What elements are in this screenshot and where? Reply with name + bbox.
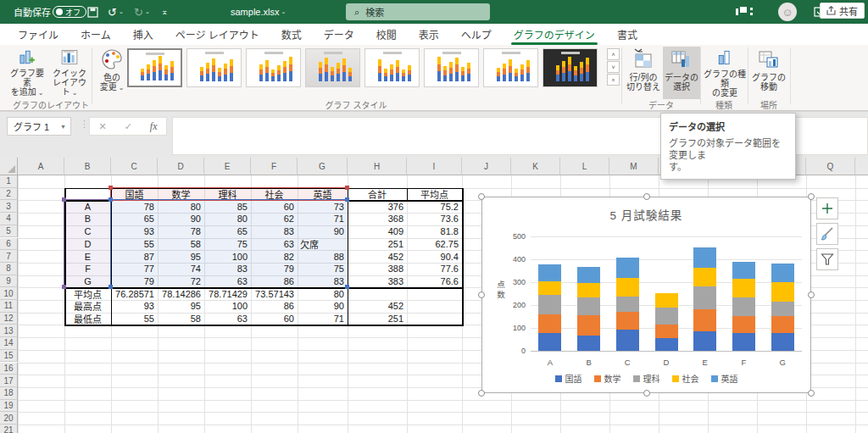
insert-function-icon[interactable]: fx xyxy=(150,120,158,133)
bar-国語-G[interactable] xyxy=(771,333,794,351)
bar-数学-F[interactable] xyxy=(732,316,755,333)
bar-社会-D[interactable] xyxy=(655,293,678,308)
bar-数学-G[interactable] xyxy=(771,316,794,332)
share-button[interactable]: 共有 xyxy=(820,3,865,19)
document-title[interactable]: sample.xlsx⌄ xyxy=(231,0,286,24)
cell-C11[interactable]: 93 xyxy=(111,300,158,313)
cell-I4[interactable]: 73.6 xyxy=(407,213,462,225)
embedded-chart[interactable]: 5 月試験結果0100200300400500ABCDEFG点数国語数学理科社会… xyxy=(481,197,811,393)
row-header-21[interactable]: 21 xyxy=(0,425,18,433)
legend-item-数学[interactable]: 数学 xyxy=(594,372,621,385)
cell-H4[interactable]: 368 xyxy=(348,213,407,225)
column-header-K[interactable]: K xyxy=(511,158,560,175)
column-header-J[interactable]: J xyxy=(462,158,511,175)
chart-elements-button[interactable] xyxy=(816,197,838,219)
change-colors-button[interactable]: 色の 変更 xyxy=(95,48,129,97)
cell-D12[interactable]: 58 xyxy=(158,313,204,325)
tab-ページ レイアウト[interactable]: ページ レイアウト xyxy=(164,24,270,45)
cell-H5[interactable]: 409 xyxy=(348,225,407,238)
save-button[interactable] xyxy=(87,0,98,24)
quick-layout-button[interactable]: クイック レイアウト xyxy=(49,48,90,97)
redo-button[interactable]: ↻⌄ xyxy=(134,0,150,24)
chart-selection-handle[interactable] xyxy=(478,390,485,397)
category-range-handle[interactable] xyxy=(62,197,66,202)
bar-社会-G[interactable] xyxy=(771,282,794,302)
column-header-H[interactable]: H xyxy=(348,158,407,175)
bar-英語-C[interactable] xyxy=(616,258,639,278)
chart-style-option-6[interactable] xyxy=(424,48,479,87)
cell-D11[interactable]: 95 xyxy=(158,300,204,313)
bar-国語-D[interactable] xyxy=(655,338,678,351)
select-data-button[interactable]: データの 選択 xyxy=(663,48,700,97)
bar-理科-G[interactable] xyxy=(771,302,794,316)
row-header-9[interactable]: 9 xyxy=(0,275,18,288)
chart-selection-handle[interactable] xyxy=(478,193,485,200)
column-header-I[interactable]: I xyxy=(407,158,462,175)
bar-国語-B[interactable] xyxy=(577,336,600,351)
column-header-C[interactable]: C xyxy=(111,158,158,175)
search-box[interactable]: ⌕ 検索 xyxy=(346,3,490,20)
bar-理科-C[interactable] xyxy=(616,297,639,312)
row-header-6[interactable]: 6 xyxy=(0,238,18,251)
switch-row-column-button[interactable]: 行/列の 切り替え xyxy=(624,48,663,97)
bar-英語-G[interactable] xyxy=(771,264,794,282)
bar-理科-B[interactable] xyxy=(577,297,600,316)
row-header-14[interactable]: 14 xyxy=(0,337,18,350)
tab-挿入[interactable]: 挿入 xyxy=(122,24,164,45)
bar-数学-C[interactable] xyxy=(616,312,639,330)
gallery-scroll-up-button[interactable]: ˄ xyxy=(607,48,620,60)
name-box[interactable]: グラフ 1▼ xyxy=(7,117,71,136)
cell-G11[interactable]: 90 xyxy=(298,300,348,313)
chart-style-option-7[interactable] xyxy=(483,48,538,87)
row-header-16[interactable]: 16 xyxy=(0,363,18,375)
chart-style-option-3[interactable] xyxy=(246,48,301,87)
undo-button[interactable]: ↺⌄ xyxy=(108,0,124,24)
column-header-R[interactable]: R xyxy=(855,158,868,175)
chart-selection-handle[interactable] xyxy=(643,193,650,200)
row-header-8[interactable]: 8 xyxy=(0,263,18,275)
column-header-L[interactable]: L xyxy=(560,158,609,175)
select-all-corner[interactable] xyxy=(0,158,18,175)
cell-F11[interactable]: 86 xyxy=(251,300,298,313)
cell-I2[interactable]: 平均点 xyxy=(407,188,462,201)
column-header-B[interactable]: B xyxy=(64,158,111,175)
customize-qat-button[interactable]: ⌅ xyxy=(161,0,168,24)
chart-selection-handle[interactable] xyxy=(808,291,815,298)
cell-B11[interactable]: 最高点 xyxy=(64,300,111,313)
chart-style-option-2[interactable] xyxy=(186,48,242,87)
cell-B12[interactable]: 最低点 xyxy=(64,313,111,325)
cell-I8[interactable]: 77.6 xyxy=(407,263,462,275)
legend-item-英語[interactable]: 英語 xyxy=(711,372,738,385)
chart-style-option-1[interactable] xyxy=(127,48,182,87)
cell-F10[interactable]: 73.57143 xyxy=(251,287,298,300)
column-header-F[interactable]: F xyxy=(251,158,298,175)
chart-filters-button[interactable] xyxy=(816,248,838,270)
cell-I5[interactable]: 81.8 xyxy=(407,225,462,238)
chart-legend[interactable]: 国語数学理科社会英語 xyxy=(482,372,810,385)
column-header-E[interactable]: E xyxy=(204,158,251,175)
cell-I6[interactable]: 62.75 xyxy=(407,238,462,251)
bar-数学-E[interactable] xyxy=(693,309,716,331)
cell-H8[interactable]: 388 xyxy=(348,263,407,275)
column-header-G[interactable]: G xyxy=(298,158,348,175)
cell-H7[interactable]: 452 xyxy=(348,250,407,263)
category-range-handle[interactable] xyxy=(62,285,66,289)
row-header-4[interactable]: 4 xyxy=(0,213,18,225)
series-names-range-handle[interactable] xyxy=(108,186,113,190)
values-range-handle[interactable] xyxy=(345,285,349,289)
chart-selection-handle[interactable] xyxy=(808,193,815,200)
chart-title[interactable]: 5 月試験結果 xyxy=(482,206,810,223)
cell-D10[interactable]: 78.14286 xyxy=(158,287,204,300)
tab-ホーム[interactable]: ホーム xyxy=(70,24,122,45)
row-header-11[interactable]: 11 xyxy=(0,300,18,313)
gallery-more-button[interactable]: ⌅ xyxy=(607,74,620,86)
tab-数式[interactable]: 数式 xyxy=(270,24,313,45)
tab-表示[interactable]: 表示 xyxy=(408,24,450,45)
values-range-handle[interactable] xyxy=(108,197,113,202)
bar-理科-D[interactable] xyxy=(655,308,678,325)
user-avatar[interactable]: ☺ xyxy=(778,3,797,21)
bar-英語-B[interactable] xyxy=(577,267,600,283)
legend-item-理科[interactable]: 理科 xyxy=(633,372,660,385)
gallery-scroll-down-button[interactable]: ˅ xyxy=(607,61,620,73)
chart-selection-handle[interactable] xyxy=(808,390,815,397)
